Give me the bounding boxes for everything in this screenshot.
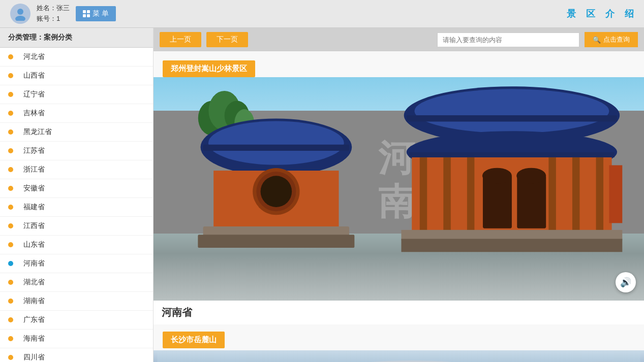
prev-button[interactable]: 上一页 [160, 32, 201, 47]
bullet-hunan [8, 299, 13, 304]
sidebar-item-fujian[interactable]: 福建省 [0, 198, 153, 217]
svg-point-1 [15, 16, 25, 21]
svg-point-35 [482, 168, 511, 184]
sidebar-item-hebei[interactable]: 河北省 [0, 48, 153, 67]
svg-rect-40 [158, 350, 640, 362]
user-name-value: 张三 [56, 4, 70, 12]
sidebar-item-zhejiang[interactable]: 浙江省 [0, 160, 153, 179]
svg-rect-10 [203, 145, 349, 151]
sidebar-label-fujian: 福建省 [23, 203, 45, 212]
nav-item-2[interactable]: 区 [586, 8, 595, 20]
menu-button[interactable]: 菜 单 [76, 6, 116, 21]
sidebar-label-hubei: 湖北省 [23, 278, 45, 287]
sidebar-item-jiangxi[interactable]: 江西省 [0, 217, 153, 236]
toolbar: 上一页 下一页 🔍 点击查询 [154, 28, 644, 51]
sidebar-item-sichuan[interactable]: 四川省 [0, 348, 153, 362]
nav-item-4[interactable]: 绍 [625, 8, 634, 20]
building-right [384, 84, 639, 262]
bullet-shandong [8, 242, 13, 247]
sidebar-label-hebei: 河北省 [23, 52, 45, 61]
sidebar-label-shanxi: 山西省 [23, 71, 45, 80]
scene-entry-1: 郑州登封嵩山少林景区 [154, 51, 644, 324]
svg-rect-30 [548, 157, 556, 231]
header: 姓名：张三 账号：1 菜 单 景 区 介 绍 [0, 0, 644, 28]
grid-icon [83, 10, 90, 17]
sidebar-item-jiangsu[interactable]: 江苏省 [0, 142, 153, 160]
sidebar-title: 分类管理：案例分类 [0, 28, 153, 48]
sidebar-label-heilongjiang: 黑龙江省 [23, 127, 52, 137]
nav-item-3[interactable]: 介 [605, 8, 615, 20]
search-button[interactable]: 🔍 点击查询 [585, 32, 638, 47]
svg-rect-37 [401, 230, 622, 241]
sidebar-item-shanxi[interactable]: 山西省 [0, 67, 153, 85]
svg-rect-34 [517, 176, 546, 228]
sidebar-item-jilin[interactable]: 吉林省 [0, 104, 153, 123]
sidebar-item-shandong[interactable]: 山东省 [0, 236, 153, 254]
sidebar-item-hunan[interactable]: 湖南省 [0, 292, 153, 311]
sidebar-label-shandong: 山东省 [23, 240, 45, 249]
scene1-label: 郑州登封嵩山少林景区 [163, 60, 255, 77]
sidebar-item-hainan[interactable]: 海南省 [0, 330, 153, 348]
user-account-label: 账号： [37, 15, 56, 22]
nav-item-1[interactable]: 景 [567, 8, 576, 20]
user-account-value: 1 [56, 15, 60, 22]
bullet-henan [8, 261, 13, 266]
svg-rect-32 [596, 157, 603, 231]
sidebar-label-henan: 河南省 [23, 259, 45, 268]
sidebar-label-sichuan: 四川省 [23, 353, 45, 362]
bullet-hubei [8, 280, 13, 285]
bullet-hainan [8, 336, 13, 341]
sidebar-label-guangdong: 广东省 [23, 315, 45, 324]
sidebar-item-heilongjiang[interactable]: 黑龙江省 [0, 123, 153, 142]
sidebar-label-jiangsu: 江苏省 [23, 146, 45, 155]
menu-label: 菜 单 [93, 9, 109, 18]
sidebar-item-henan[interactable]: 河南省 [0, 254, 153, 273]
province-label: 河南省 [154, 301, 644, 324]
next-button[interactable]: 下一页 [206, 32, 248, 47]
sidebar-label-anhui: 安徽省 [23, 184, 45, 193]
bullet-fujian [8, 205, 13, 210]
sidebar-item-guangdong[interactable]: 广东省 [0, 311, 153, 330]
bullet-jiangsu [8, 148, 13, 153]
sidebar-label-zhejiang: 浙江省 [23, 165, 45, 174]
svg-rect-20 [198, 235, 354, 248]
user-info: 姓名：张三 账号：1 [37, 3, 70, 24]
svg-point-9 [208, 121, 344, 165]
scene1-image: 河 南 🔊 [154, 77, 644, 301]
scroll-content: 郑州登封嵩山少林景区 [154, 51, 644, 362]
scene2-image [154, 350, 644, 362]
sidebar-item-hubei[interactable]: 湖北省 [0, 273, 153, 292]
building-left [183, 111, 370, 267]
sidebar-item-liaoning[interactable]: 辽宁省 [0, 85, 153, 104]
scene2-label: 长沙市岳麓山 [163, 332, 225, 348]
svg-rect-23 [406, 115, 617, 121]
svg-point-18 [260, 176, 292, 207]
bullet-heilongjiang [8, 129, 13, 135]
svg-point-22 [414, 89, 609, 134]
bullet-anhui [8, 186, 13, 191]
sidebar-label-hainan: 海南省 [23, 334, 45, 343]
bullet-guangdong [8, 317, 13, 322]
svg-rect-33 [483, 176, 512, 228]
main-layout: 分类管理：案例分类 河北省 山西省 辽宁省 吉林省 黑龙江省 江苏省 浙江省 [0, 28, 644, 362]
sidebar-item-anhui[interactable]: 安徽省 [0, 179, 153, 198]
header-nav: 景 区 介 绍 [567, 8, 634, 20]
sound-button[interactable]: 🔊 [616, 272, 636, 292]
svg-rect-28 [443, 157, 450, 231]
search-input[interactable] [437, 32, 579, 47]
bullet-sichuan [8, 355, 13, 360]
header-left: 姓名：张三 账号：1 菜 单 [10, 3, 116, 24]
svg-rect-27 [419, 157, 426, 231]
sidebar-label-jilin: 吉林省 [23, 109, 45, 118]
bullet-jilin [8, 111, 13, 116]
svg-rect-38 [401, 239, 622, 252]
content-area: 上一页 下一页 🔍 点击查询 郑州登封嵩山少林景区 [154, 28, 644, 362]
sidebar: 分类管理：案例分类 河北省 山西省 辽宁省 吉林省 黑龙江省 江苏省 浙江省 [0, 28, 154, 362]
svg-rect-29 [467, 157, 474, 231]
sidebar-label-hunan: 湖南省 [23, 297, 45, 306]
svg-point-0 [17, 9, 23, 15]
bullet-shanxi [8, 73, 13, 78]
sidebar-label-jiangxi: 江西省 [23, 221, 45, 231]
bullet-jiangxi [8, 223, 13, 228]
bullet-hebei [8, 54, 13, 59]
